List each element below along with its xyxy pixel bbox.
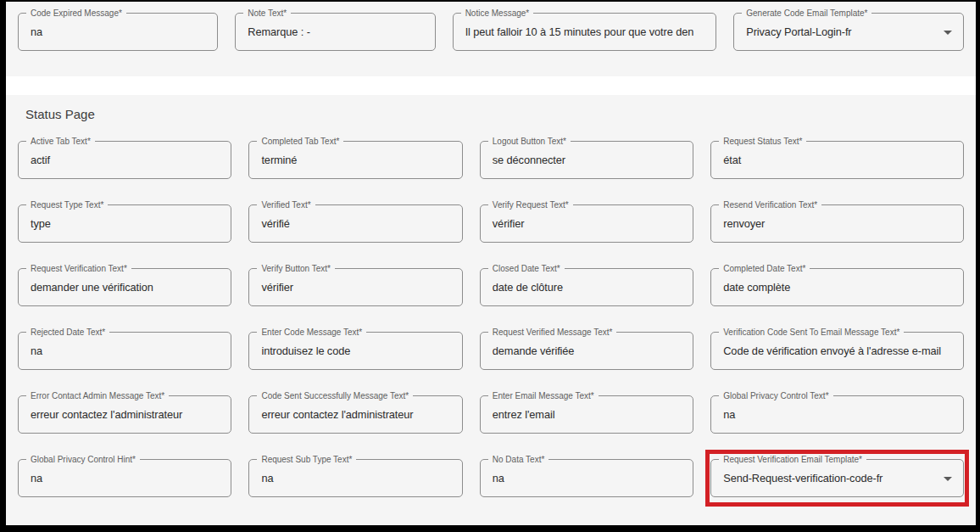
field-label: Request Verification Email Template* — [719, 454, 866, 465]
field-request-type-text[interactable]: Request Type Text* type — [18, 204, 231, 243]
field-label: Rejected Date Text* — [26, 327, 109, 338]
field-generate-code-email-template[interactable]: Generate Code Email Template* Privacy Po… — [733, 13, 964, 51]
field-label: Verify Request Text* — [488, 199, 573, 210]
field-label: Verification Code Sent To Email Message … — [719, 327, 904, 338]
field-value: date de clôture — [481, 281, 693, 294]
field-request-status-text[interactable]: Request Status Text* état — [710, 141, 964, 179]
field-value: na — [19, 344, 231, 357]
field-value: na — [481, 472, 693, 484]
field-label: Request Verification Text* — [26, 263, 131, 274]
field-label: Global Privacy Control Hint* — [26, 454, 140, 465]
field-code-sent-successfully-message-text[interactable]: Code Sent Successfully Message Text* err… — [248, 395, 462, 434]
field-label: Enter Email Message Text* — [488, 390, 599, 401]
field-no-data-text[interactable]: No Data Text* na — [480, 459, 693, 497]
field-label: Note Text* — [243, 8, 291, 19]
field-value: na — [19, 472, 231, 484]
field-value: état — [711, 154, 963, 166]
field-global-privacy-control-text[interactable]: Global Privacy Control Text* na — [710, 395, 964, 434]
field-label: Completed Date Text* — [719, 263, 810, 274]
field-label: Resend Verification Text* — [719, 199, 821, 210]
field-label: Notice Message* — [461, 8, 534, 19]
field-completed-tab-text[interactable]: Completed Tab Text* terminé — [248, 141, 462, 179]
field-request-sub-type-text[interactable]: Request Sub Type Text* na — [248, 459, 462, 497]
field-error-contact-admin-message-text[interactable]: Error Contact Admin Message Text* erreur… — [18, 395, 231, 434]
field-value: entrez l'email — [481, 408, 693, 421]
general-settings-panel: Code Expired Message* na Note Text* Rema… — [6, 3, 976, 76]
field-value: Send-Request-verification-code-fr — [711, 472, 963, 484]
field-note-text[interactable]: Note Text* Remarque : - — [235, 13, 435, 51]
field-request-verified-message-text[interactable]: Request Verified Message Text* demande v… — [480, 332, 693, 370]
field-label: Request Status Text* — [719, 136, 806, 147]
field-value: introduisez le code — [249, 344, 461, 357]
field-label: Error Contact Admin Message Text* — [26, 390, 169, 401]
field-verified-text[interactable]: Verified Text* vérifié — [248, 204, 462, 243]
field-value: Il peut falloir 10 à 15 minutes pour que… — [454, 25, 716, 38]
field-value: actif — [19, 154, 231, 166]
field-value: erreur contactez l'administrateur — [19, 408, 231, 421]
field-value: vérifier — [249, 281, 461, 294]
field-active-tab-text[interactable]: Active Tab Text* actif — [18, 141, 231, 179]
general-fields-grid: Code Expired Message* na Note Text* Rema… — [18, 13, 964, 51]
status-fields-grid: Active Tab Text* actif Completed Tab Tex… — [18, 141, 964, 497]
field-label: Logout Button Text* — [488, 136, 571, 147]
field-code-expired-message[interactable]: Code Expired Message* na — [18, 13, 218, 51]
field-value: na — [19, 25, 217, 38]
field-value: Privacy Portal-Login-fr — [734, 25, 963, 38]
field-label: Request Type Text* — [26, 199, 108, 210]
field-value: vérifié — [249, 217, 461, 230]
field-label: Request Verified Message Text* — [488, 327, 617, 338]
field-label: Active Tab Text* — [26, 136, 95, 147]
field-label: No Data Text* — [488, 454, 549, 465]
field-label: Verify Button Text* — [257, 263, 335, 274]
field-rejected-date-text[interactable]: Rejected Date Text* na — [18, 332, 231, 370]
field-value: date complète — [711, 281, 963, 294]
field-label: Code Expired Message* — [26, 8, 126, 19]
status-page-panel: Status Page Active Tab Text* actif Compl… — [6, 95, 976, 525]
field-global-privacy-control-hint[interactable]: Global Privacy Control Hint* na — [18, 459, 231, 497]
dropdown-arrow-icon — [944, 477, 952, 481]
field-value: terminé — [249, 154, 461, 166]
field-value: erreur contactez l'administrateur — [249, 408, 461, 421]
field-verification-code-sent-to-email-message-text[interactable]: Verification Code Sent To Email Message … — [710, 332, 964, 370]
field-label: Closed Date Text* — [488, 263, 565, 274]
dropdown-arrow-icon — [944, 31, 952, 35]
field-request-verification-email-template[interactable]: Request Verification Email Template* Sen… — [710, 459, 964, 497]
field-value: se déconnecter — [481, 154, 693, 166]
field-verify-request-text[interactable]: Verify Request Text* vérifier — [480, 204, 693, 243]
field-logout-button-text[interactable]: Logout Button Text* se déconnecter — [480, 141, 693, 179]
field-value: Code de vérification envoyé à l'adresse … — [711, 344, 963, 357]
field-closed-date-text[interactable]: Closed Date Text* date de clôture — [480, 268, 693, 306]
field-value: type — [19, 217, 231, 230]
field-label: Request Sub Type Text* — [257, 454, 356, 465]
section-title-status-page: Status Page — [25, 107, 964, 122]
field-label: Completed Tab Text* — [257, 136, 343, 147]
field-value: renvoyer — [711, 217, 963, 230]
settings-form-screen: Code Expired Message* na Note Text* Rema… — [0, 0, 980, 532]
field-resend-verification-text[interactable]: Resend Verification Text* renvoyer — [710, 204, 964, 243]
field-completed-date-text[interactable]: Completed Date Text* date complète — [710, 268, 964, 306]
field-value: demande vérifiée — [481, 344, 693, 357]
field-label: Verified Text* — [257, 199, 315, 210]
field-notice-message[interactable]: Notice Message* Il peut falloir 10 à 15 … — [453, 13, 717, 51]
field-value: Remarque : - — [236, 25, 434, 38]
field-label: Code Sent Successfully Message Text* — [257, 390, 413, 401]
field-label: Enter Code Message Text* — [257, 327, 366, 338]
field-verify-button-text[interactable]: Verify Button Text* vérifier — [248, 268, 462, 306]
field-label: Global Privacy Control Text* — [719, 390, 832, 401]
field-value: demander une vérification — [19, 281, 231, 294]
field-value: vérifier — [481, 217, 693, 230]
field-label: Generate Code Email Template* — [742, 8, 871, 19]
field-enter-code-message-text[interactable]: Enter Code Message Text* introduisez le … — [248, 332, 462, 370]
field-value: na — [711, 408, 963, 421]
field-enter-email-message-text[interactable]: Enter Email Message Text* entrez l'email — [480, 395, 693, 434]
field-request-verification-text[interactable]: Request Verification Text* demander une … — [18, 268, 231, 306]
field-value: na — [249, 472, 461, 484]
